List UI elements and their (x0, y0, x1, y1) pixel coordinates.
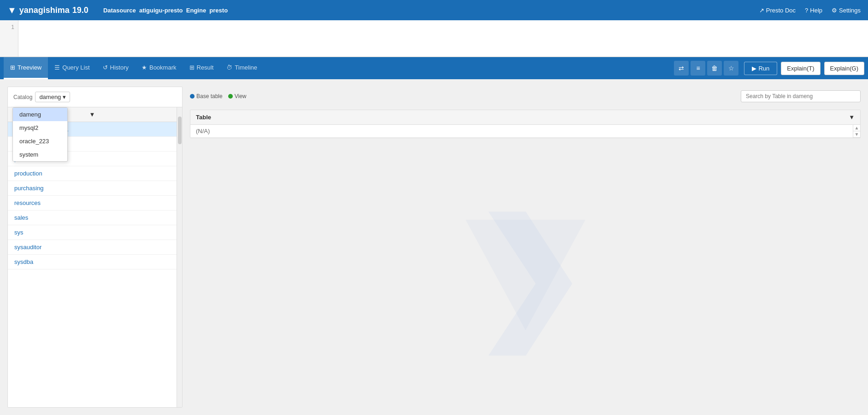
catalog-option-label: dameng (19, 111, 41, 118)
catalog-dropdown-menu: dameng mysql2 oracle_223 system (12, 107, 68, 162)
run-button[interactable]: ▶ Run (744, 62, 777, 75)
line-number-1: 1 (4, 24, 14, 30)
header-links: ↗ Presto Doc ? Help ⚙ Settings (759, 7, 861, 14)
schema-item[interactable]: sysauditor (8, 240, 177, 255)
catalog-option-system[interactable]: system (13, 148, 67, 161)
search-input[interactable] (741, 90, 861, 102)
catalog-option-label: system (19, 151, 38, 158)
help-label: Help (810, 7, 822, 14)
swap-button[interactable]: ⇄ (674, 61, 689, 76)
table-panel: Table ▼ (N/A) ▲ ▼ (190, 110, 861, 138)
play-icon: ▶ (752, 65, 756, 72)
timeline-icon: ⏱ (226, 64, 232, 71)
schema-scrollbar-thumb (178, 117, 182, 144)
history-label: History (110, 64, 129, 71)
result-label: Result (197, 64, 214, 71)
catalog-option-label: mysql2 (19, 124, 38, 131)
search-area (741, 87, 861, 106)
datasource-info: Datasource atiguigu-presto Engine presto (103, 7, 228, 14)
right-panel: Base table View Table ▼ (N/A) (190, 87, 861, 408)
app-version: 19.0 (72, 6, 89, 15)
bookmark-icon: ★ (142, 64, 147, 71)
tab-treeview[interactable]: ⊞ Treeview (4, 57, 48, 79)
result-icon: ⊞ (189, 64, 195, 71)
editor-area: 1 (0, 20, 868, 57)
chevron-down-icon: ▾ (63, 94, 66, 100)
catalog-option-mysql2[interactable]: mysql2 (13, 121, 67, 134)
presto-doc-label: Presto Doc (766, 7, 796, 14)
tab-history[interactable]: ↺ History (96, 57, 135, 79)
settings-label: Settings (839, 7, 861, 14)
catalog-selected-value: dameng (39, 94, 61, 100)
catalog-label: Catalog (13, 94, 32, 100)
history-icon: ↺ (103, 64, 108, 71)
table-header: Table ▼ (190, 110, 860, 125)
presto-doc-link[interactable]: ↗ Presto Doc (759, 7, 796, 14)
treeview-icon: ⊞ (10, 64, 15, 71)
legend-bar: Base table View (190, 89, 247, 103)
table-placeholder: (N/A) (190, 125, 853, 138)
table-filter-icon: ▼ (849, 114, 855, 121)
catalog-option-dameng[interactable]: dameng (13, 108, 67, 121)
explain-g-button[interactable]: Explain(G) (824, 62, 864, 75)
view-dot (228, 94, 233, 99)
timeline-label: Timeline (235, 64, 257, 71)
schema-item[interactable]: production (8, 166, 177, 181)
logo: ▼ yanagishima 19.0 (7, 5, 89, 16)
star-button[interactable]: ☆ (724, 61, 738, 76)
catalog-option-oracle[interactable]: oracle_223 (13, 134, 67, 148)
explain-g-label: Explain(G) (830, 65, 858, 72)
external-link-icon: ↗ (759, 7, 764, 14)
table-header-label: Table (196, 114, 211, 121)
base-table-dot (190, 94, 195, 99)
schema-item[interactable]: resources (8, 196, 177, 210)
sql-editor[interactable] (18, 20, 868, 57)
watermark-area: ❯ (190, 142, 861, 408)
catalog-dropdown[interactable]: dameng ▾ (35, 92, 70, 102)
datasource-value: atiguigu-presto (139, 7, 183, 14)
watermark-triangle (438, 201, 613, 349)
logo-icon: ▼ (7, 5, 17, 16)
table-scroll-up[interactable]: ▲ (853, 125, 860, 131)
table-scroll-arrows: ▲ ▼ (853, 125, 860, 138)
bookmark-label: Bookmark (149, 64, 177, 71)
list-button[interactable]: ≡ (691, 61, 705, 76)
gear-icon: ⚙ (832, 7, 837, 14)
run-label: Run (758, 65, 769, 72)
line-numbers: 1 (0, 20, 18, 57)
querylist-icon: ☰ (54, 64, 60, 71)
datasource-label: Datasource (103, 7, 136, 14)
base-table-label: Base table (196, 93, 223, 99)
tab-result[interactable]: ⊞ Result (183, 57, 220, 79)
engine-label: Engine (186, 7, 206, 14)
tab-querylist[interactable]: ☰ Query List (48, 57, 96, 79)
querylist-label: Query List (62, 64, 89, 71)
tab-timeline[interactable]: ⏱ Timeline (220, 57, 264, 79)
table-scroll-down[interactable]: ▼ (853, 131, 860, 138)
help-link[interactable]: ? Help (805, 7, 822, 14)
explain-t-button[interactable]: Explain(T) (781, 62, 820, 75)
explain-t-label: Explain(T) (787, 65, 814, 72)
schema-item[interactable]: purchasing (8, 181, 177, 196)
legend-base-table: Base table (190, 93, 223, 99)
svg-marker-0 (466, 220, 585, 330)
legend-view: View (228, 93, 247, 99)
main-content: Catalog dameng ▾ dameng mysql2 oracle_22… (0, 79, 868, 415)
schema-item[interactable]: sysdba (8, 255, 177, 269)
tab-actions: ⇄ ≡ 🗑 ☆ ▶ Run Explain(T) Explain(G) (674, 61, 864, 76)
schema-filter-icon: ▼ (89, 111, 95, 118)
settings-link[interactable]: ⚙ Settings (832, 7, 861, 14)
view-label: View (235, 93, 247, 99)
catalog-bar: Catalog dameng ▾ (8, 87, 182, 107)
schema-item[interactable]: sys (8, 225, 177, 240)
table-list: (N/A) (190, 125, 853, 138)
schema-item[interactable]: sales (8, 210, 177, 225)
app-name: yanagishima (19, 6, 70, 15)
treeview-label: Treeview (18, 64, 41, 71)
tab-bookmark[interactable]: ★ Bookmark (135, 57, 183, 79)
tab-bar: ⊞ Treeview ☰ Query List ↺ History ★ Book… (0, 57, 868, 79)
delete-button[interactable]: 🗑 (707, 61, 722, 76)
header: ▼ yanagishima 19.0 Datasource atiguigu-p… (0, 0, 868, 20)
catalog-option-label: oracle_223 (19, 138, 49, 145)
schema-scrollbar[interactable] (177, 107, 182, 407)
